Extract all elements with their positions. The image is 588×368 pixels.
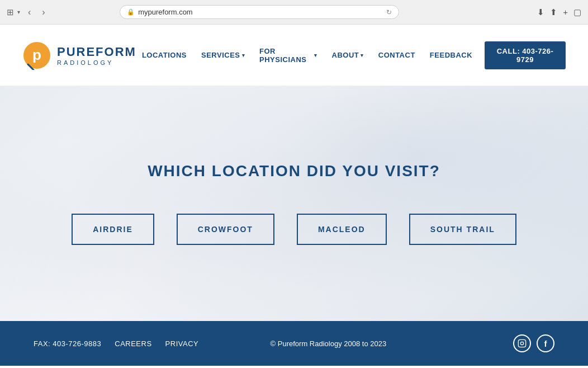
svg-rect-3 xyxy=(518,339,525,347)
nav-locations[interactable]: LOCATIONS xyxy=(136,46,192,64)
logo-pureform: PUREFORM xyxy=(57,45,136,59)
footer-social: f xyxy=(513,334,554,352)
back-button[interactable]: ‹ xyxy=(25,6,34,18)
logo-text: PUREFORM RADIOLOGY xyxy=(57,45,136,66)
browser-actions: ⬇ ⬆ + ▢ xyxy=(537,7,581,17)
svg-text:p: p xyxy=(32,46,41,63)
logo-radiology: RADIOLOGY xyxy=(57,59,136,66)
nav-services[interactable]: SERVICES ▾ xyxy=(196,46,250,64)
location-airdrie-button[interactable]: AIRDRIE xyxy=(72,214,154,245)
nav-contact[interactable]: CONTACT xyxy=(373,46,421,64)
nav-feedback[interactable]: FEEDBACK xyxy=(424,46,478,64)
location-south-trail-button[interactable]: SOUTH TRAIL xyxy=(409,214,516,245)
footer-copyright: © Pureform Radiology 2008 to 2023 xyxy=(271,339,387,348)
physicians-dropdown-arrow: ▾ xyxy=(314,53,317,58)
nav-for-physicians[interactable]: FOR PHYSICIANS ▾ xyxy=(254,43,323,68)
logo-icon: p xyxy=(22,41,51,70)
location-buttons: AIRDRIE CROWFOOT MACLEOD SOUTH TRAIL xyxy=(72,214,516,245)
address-bar[interactable]: 🔒 mypureform.com ↻ xyxy=(120,5,399,19)
footer-careers[interactable]: CAREERS xyxy=(115,339,151,348)
browser-chrome: ⊞ ▾ ‹ › 🔒 mypureform.com ↻ ⬇ ⬆ + ▢ xyxy=(0,0,588,25)
footer-left: FAX: 403-726-9883 CAREERS PRIVACY xyxy=(34,339,198,348)
footer-fax: FAX: 403-726-9883 xyxy=(34,339,101,348)
refresh-icon[interactable]: ↻ xyxy=(386,8,392,16)
footer: FAX: 403-726-9883 CAREERS PRIVACY © Pure… xyxy=(0,321,588,366)
share-icon[interactable]: ⬆ xyxy=(550,7,557,17)
navbar: p PUREFORM RADIOLOGY LOCATIONS SERVICES … xyxy=(0,25,588,86)
nav-links: LOCATIONS SERVICES ▾ FOR PHYSICIANS ▾ AB… xyxy=(136,41,566,69)
url-text: mypureform.com xyxy=(138,8,193,16)
new-tab-icon[interactable]: + xyxy=(563,7,568,17)
svg-point-5 xyxy=(524,341,524,342)
footer-privacy[interactable]: PRIVACY xyxy=(165,339,199,348)
chevron-down-icon[interactable]: ▾ xyxy=(17,9,20,15)
logo-area[interactable]: p PUREFORM RADIOLOGY xyxy=(22,41,136,70)
hero-title: WHICH LOCATION DID YOU VISIT? xyxy=(148,162,440,180)
services-dropdown-arrow: ▾ xyxy=(242,53,245,58)
sidebar-icon[interactable]: ▢ xyxy=(573,7,581,17)
tab-grid-icon[interactable]: ⊞ xyxy=(7,7,14,17)
lock-icon: 🔒 xyxy=(127,8,135,16)
site-wrapper: p PUREFORM RADIOLOGY LOCATIONS SERVICES … xyxy=(0,25,588,366)
facebook-icon[interactable]: f xyxy=(537,334,554,352)
tab-controls: ⊞ ▾ xyxy=(7,7,20,17)
location-crowfoot-button[interactable]: CROWFOOT xyxy=(177,214,274,245)
downloads-icon[interactable]: ⬇ xyxy=(537,7,544,17)
instagram-icon[interactable] xyxy=(513,334,531,352)
call-button[interactable]: CALL: 403-726-9729 xyxy=(485,41,566,69)
hero-section: WHICH LOCATION DID YOU VISIT? AIRDRIE CR… xyxy=(0,86,588,321)
svg-point-4 xyxy=(520,342,523,345)
forward-button[interactable]: › xyxy=(39,6,48,18)
about-dropdown-arrow: ▾ xyxy=(361,53,364,58)
nav-about[interactable]: ABOUT ▾ xyxy=(326,46,369,64)
location-macleod-button[interactable]: MACLEOD xyxy=(297,214,387,245)
